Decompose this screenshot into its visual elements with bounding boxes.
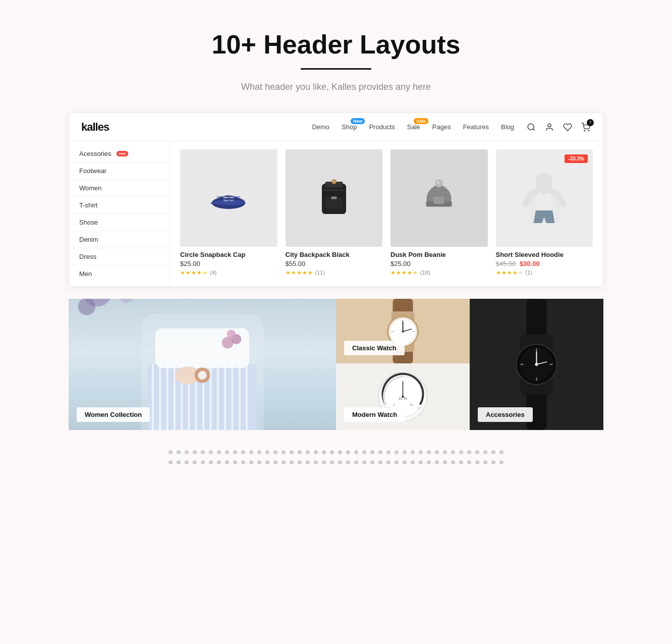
dot [233, 450, 237, 454]
dot [185, 450, 189, 454]
sidebar-label-shose: Shose [79, 219, 98, 226]
collection-label-women: Women Collection [77, 407, 150, 422]
svg-rect-19 [434, 197, 444, 204]
dot [298, 460, 302, 464]
sidebar-item-women[interactable]: Women [69, 180, 170, 197]
product-card-beanie[interactable]: Dusk Pom Beanie $25.00 ★ ★ ★ ★ ★ (18) [390, 149, 488, 278]
product-card-cap[interactable]: New York New York Circle Snapback Cap $2… [180, 149, 277, 278]
dot [169, 460, 173, 464]
svg-point-24 [119, 299, 134, 303]
dot [249, 450, 253, 454]
dot [338, 460, 342, 464]
search-icon[interactable] [526, 122, 536, 132]
nav-item-sale[interactable]: Sale Sale [407, 123, 420, 131]
products-grid: New York New York Circle Snapback Cap $2… [180, 149, 593, 278]
dot [314, 450, 318, 454]
hero-section: 10+ Header Layouts What header you like,… [0, 0, 672, 113]
dot [499, 450, 503, 454]
dot [386, 450, 390, 454]
svg-rect-36 [217, 364, 219, 430]
star-2: ★ [291, 270, 296, 276]
collection-modern-watch[interactable]: 10 30 0 60 40|30 12 1 0 · 1 8 Modern Wat… [336, 363, 470, 430]
dot [314, 460, 318, 464]
dot [403, 460, 407, 464]
dot [427, 460, 431, 464]
dot [443, 460, 447, 464]
dot [225, 450, 229, 454]
dot [282, 460, 286, 464]
collection-classic-watch[interactable]: Classic Watch [336, 299, 470, 363]
svg-rect-40 [246, 364, 248, 430]
dot [467, 460, 471, 464]
svg-point-1 [548, 124, 551, 127]
svg-text:New York: New York [223, 200, 234, 202]
dot [298, 450, 302, 454]
sidebar-label-men: Men [79, 270, 92, 278]
star-4: ★ [197, 270, 202, 276]
review-count-hoodie: (1) [526, 270, 532, 276]
dot [491, 460, 495, 464]
dot [241, 460, 245, 464]
sidebar-item-shose[interactable]: Shose [69, 214, 170, 231]
hero-title: 10+ Header Layouts [10, 30, 662, 59]
cart-icon[interactable]: 7 [581, 122, 591, 132]
product-card-hoodie[interactable]: -33.3% [496, 149, 593, 278]
sidebar-label-women: Women [79, 184, 102, 192]
dot [386, 460, 390, 464]
sidebar-item-tshirt[interactable]: T-shirt [69, 197, 170, 214]
product-name-cap: Circle Snapback Cap [180, 251, 277, 258]
dot [265, 450, 269, 454]
store-body: Acessories Hot Footwear Women T-shirt Sh… [69, 141, 603, 286]
dot [209, 450, 213, 454]
dot [427, 450, 431, 454]
nav-item-pages[interactable]: Pages [432, 123, 451, 131]
product-stars-beanie: ★ ★ ★ ★ ★ (18) [390, 270, 488, 276]
sidebar-item-accessories[interactable]: Acessories Hot [69, 145, 170, 163]
collection-accessories[interactable]: Accessories [470, 299, 603, 430]
nav-item-features[interactable]: Features [463, 123, 489, 131]
dot [451, 460, 455, 464]
nav-item-products[interactable]: Products [369, 123, 395, 131]
shop-badge: New [351, 118, 365, 124]
nav-item-blog[interactable]: Blog [501, 123, 514, 131]
product-card-backpack[interactable]: City Backpack Black $55.00 ★ ★ ★ ★ ★ (11… [286, 149, 383, 278]
product-name-backpack: City Backpack Black [286, 251, 383, 258]
dot [459, 460, 463, 464]
dot [395, 460, 399, 464]
hero-subtitle: What header you like, Kalles provides an… [10, 82, 662, 92]
star-5: ★ [202, 270, 207, 276]
account-icon[interactable] [544, 122, 554, 132]
dot [354, 460, 358, 464]
dot [169, 450, 173, 454]
wishlist-icon[interactable] [563, 122, 573, 132]
product-name-hoodie: Short Sleeved Hoodie [496, 251, 593, 258]
dot [330, 450, 334, 454]
sidebar-item-footwear[interactable]: Footwear [69, 163, 170, 180]
nav-item-demo[interactable]: Demo [312, 123, 329, 131]
product-price-cap: $25.00 [180, 260, 277, 267]
product-price-beanie: $25.00 [390, 260, 488, 267]
sidebar-item-denim[interactable]: Denim [69, 231, 170, 248]
sidebar-item-dress[interactable]: Dress [69, 248, 170, 265]
svg-rect-39 [239, 364, 241, 430]
old-price-hoodie: $45.00 [496, 260, 516, 267]
discount-badge-hoodie: -33.3% [565, 154, 588, 163]
products-area: New York New York Circle Snapback Cap $2… [170, 141, 603, 286]
review-count-beanie: (18) [420, 270, 430, 276]
collection-women[interactable]: Women Collection [69, 299, 336, 430]
dot [201, 460, 205, 464]
product-info-hoodie: Short Sleeved Hoodie $45.00 $30.00 ★ ★ ★ [496, 247, 593, 278]
svg-point-18 [436, 181, 439, 184]
dot [395, 450, 399, 454]
sidebar-item-men[interactable]: Men [69, 265, 170, 282]
star-1: ★ [496, 270, 501, 276]
dot [378, 450, 382, 454]
nav-item-shop[interactable]: Shop New [342, 123, 357, 131]
star-3: ★ [297, 270, 302, 276]
svg-point-68 [402, 396, 404, 398]
svg-rect-15 [331, 197, 337, 199]
dot [193, 460, 197, 464]
star-5: ★ [518, 270, 523, 276]
store-widget: kalles Demo Shop New Products Sale Sale … [69, 113, 603, 287]
star-3: ★ [402, 270, 407, 276]
